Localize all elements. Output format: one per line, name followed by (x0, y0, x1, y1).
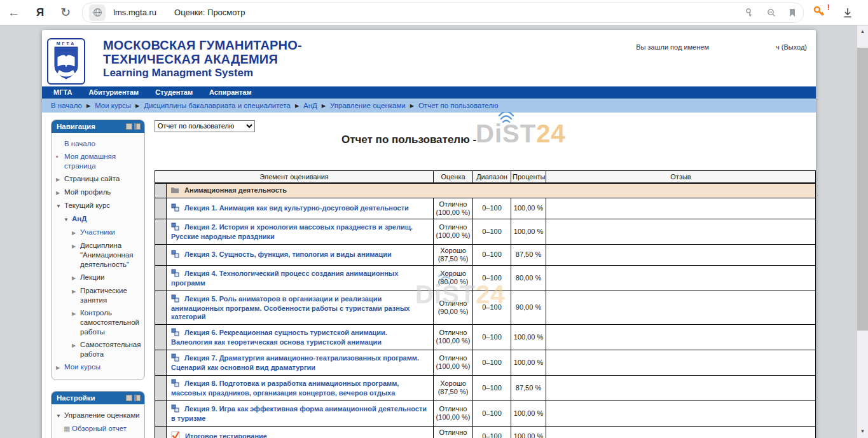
range-cell: 0–100 (473, 244, 511, 265)
sidebar-item-label[interactable]: Мой профиль (64, 188, 111, 197)
grade-item-link[interactable]: Лекция 6. Рекреационная сущность туристс… (171, 329, 387, 346)
sidebar-item[interactable]: Мои курсы (55, 360, 142, 374)
sidebar-item-label[interactable]: Обзорный отчет (72, 424, 127, 434)
sidebar-item-label[interactable]: Лекции (80, 273, 104, 282)
sidebar-item-label[interactable]: В начало (64, 139, 95, 149)
downloads-icon[interactable] (842, 7, 853, 18)
address-bar[interactable]: lms.mgta.ru Оценки: Просмотр (82, 3, 804, 23)
breadcrumb-link[interactable]: АнД (303, 102, 317, 109)
tree-marker-icon[interactable] (72, 228, 80, 238)
page-heading: Отчет по пользователю - (155, 133, 663, 146)
sidebar-item[interactable]: Самостоятельная работа (55, 338, 142, 360)
sidebar-item[interactable]: Моя домашняя страница (55, 150, 142, 172)
url-text[interactable]: lms.mgta.ru (113, 8, 156, 17)
sidebar-item[interactable]: Отчет по пользователю (55, 435, 142, 438)
grade-item-link[interactable]: Лекция 2. История и хронология массовых … (171, 223, 413, 240)
scroll-down-icon[interactable]: ▼ (857, 427, 868, 437)
sidebar-item[interactable]: Обзорный отчет (55, 422, 142, 435)
logout-link[interactable]: ч (Выход) (776, 43, 807, 51)
indent-cell (155, 400, 167, 426)
nav-mgta[interactable]: МГТА (53, 88, 72, 96)
report-type-select[interactable]: Отчет по пользователю (155, 120, 255, 132)
mgta-logo[interactable]: МГТА (47, 38, 85, 85)
tree-marker-icon[interactable] (72, 340, 80, 350)
sidebar-item[interactable]: Мой профиль (55, 186, 142, 199)
tree-marker-icon[interactable] (72, 286, 80, 296)
bookmark-icon[interactable] (788, 8, 797, 18)
yandex-browser-icon[interactable]: Я (36, 6, 44, 19)
lesson-icon (171, 250, 179, 260)
grade-row: Лекция 1. Анимация как вид культурно-дос… (155, 198, 816, 219)
sidebar-item[interactable]: Текущий курс (55, 199, 142, 212)
grade-item-link[interactable]: Лекция 4. Технологический процесс создан… (171, 270, 398, 287)
password-alert-icon[interactable]: ! (813, 5, 825, 20)
grade-item-link[interactable]: Лекция 5. Роль аниматоров в организации … (171, 295, 410, 320)
grade-item-link[interactable]: Лекция 1. Анимация как вид культурно-дос… (184, 204, 409, 212)
tree-marker-icon[interactable] (56, 174, 64, 184)
lesson-icon (171, 222, 179, 233)
grade-item-link[interactable]: Итоговое тестирование (185, 432, 267, 438)
feedback-cell (546, 324, 816, 350)
tree-marker-icon[interactable] (72, 308, 80, 318)
breadcrumb-link[interactable]: Управление оценками (330, 102, 406, 109)
tree-marker-icon[interactable] (64, 214, 72, 224)
sidebar-item-label[interactable]: Моя домашняя страница (64, 152, 142, 171)
breadcrumb-link[interactable]: Дисциплины бакалавриата и специалитета (144, 102, 291, 109)
tree-marker-icon[interactable] (72, 241, 80, 251)
sidebar-item-label[interactable]: АнД (72, 214, 86, 224)
sidebar-item[interactable]: Управление оценками (55, 409, 142, 422)
collapse-block-icon[interactable] (126, 123, 132, 130)
scroll-up-icon[interactable]: ▲ (857, 27, 868, 37)
grade-item-link[interactable]: Лекция 3. Сущность, функция, типология и… (184, 250, 392, 258)
key-icon[interactable] (745, 8, 755, 18)
tree-marker-icon[interactable] (56, 362, 64, 373)
nav-studentam[interactable]: Студентам (155, 88, 193, 96)
nav-aspirantam[interactable]: Аспирантам (209, 88, 251, 96)
dock-block-icon[interactable] (134, 395, 141, 401)
back-icon[interactable]: ← (8, 6, 20, 20)
refresh-icon[interactable]: ↻ (60, 5, 71, 20)
sidebar-item[interactable]: Дисциплина "Анимационная деятельность" (55, 239, 142, 271)
sidebar-item-label[interactable]: Мои курсы (64, 362, 100, 372)
sidebar-item-label[interactable]: Практические занятия (80, 286, 142, 305)
breadcrumb-separator-icon: ▶ (322, 103, 326, 109)
search-page-icon[interactable] (766, 8, 776, 18)
tree-marker-icon[interactable] (56, 411, 64, 421)
grade-item-link[interactable]: Лекция 8. Подготовка и разработка анимац… (171, 380, 399, 397)
scrollbar-thumb[interactable] (857, 48, 868, 331)
sidebar-item-label[interactable]: Текущий курс (64, 201, 110, 210)
sidebar-item-label[interactable]: Контроль самостоятельной работы (80, 308, 142, 337)
sidebar-item-label[interactable]: Дисциплина "Анимационная деятельность" (80, 241, 142, 270)
sidebar-item[interactable]: Участники (55, 226, 142, 239)
tree-marker-icon[interactable] (72, 273, 80, 283)
percent-cell: 100,00 % (511, 324, 546, 350)
dock-block-icon[interactable] (134, 123, 141, 130)
grade-row: Итоговое тестирование Отлично(100,00 %) … (155, 426, 816, 438)
sidebar-item[interactable]: Лекции (55, 271, 142, 284)
tree-marker-icon[interactable] (64, 424, 72, 434)
collapse-block-icon[interactable] (126, 395, 132, 401)
nav-abiturientam[interactable]: Абитуриентам (88, 88, 139, 96)
page-scrollbar[interactable]: ▲ ▼ (857, 25, 868, 438)
sidebar-item[interactable]: Контроль самостоятельной работы (55, 306, 142, 338)
breadcrumb-link[interactable]: В начало (51, 102, 82, 109)
site-header: МГТА МОСКОВСКАЯ ГУМАНИТАРНО- ТЕХНИЧЕСКАЯ… (42, 30, 816, 86)
breadcrumb-separator-icon: ▶ (135, 103, 139, 109)
feedback-cell (546, 198, 816, 219)
sidebar-item-label[interactable]: Управление оценками (64, 411, 140, 420)
sidebar-item[interactable]: Страницы сайта (55, 172, 142, 186)
tree-marker-icon[interactable] (56, 201, 64, 211)
breadcrumb-link[interactable]: Отчет по пользователю (418, 102, 499, 109)
sidebar-item[interactable]: Практические занятия (55, 284, 142, 306)
tree-marker-icon[interactable] (56, 152, 64, 163)
tree-marker-icon[interactable] (56, 188, 64, 198)
sidebar-item[interactable]: АнД (55, 212, 142, 226)
sidebar-item-label[interactable]: Самостоятельная работа (80, 340, 142, 359)
grade-item-link[interactable]: Лекция 9. Игра как эффективная форма ани… (171, 405, 427, 422)
sidebar-item-label[interactable]: Участники (80, 228, 115, 237)
sidebar-item[interactable]: В начало (55, 137, 142, 150)
col-header-grade: Оценка (434, 170, 473, 183)
breadcrumb-link[interactable]: Мои курсы (95, 102, 131, 109)
grade-item-link[interactable]: Лекция 7. Драматургия анимационно-театра… (171, 354, 419, 371)
sidebar-item-label[interactable]: Страницы сайта (64, 174, 120, 184)
